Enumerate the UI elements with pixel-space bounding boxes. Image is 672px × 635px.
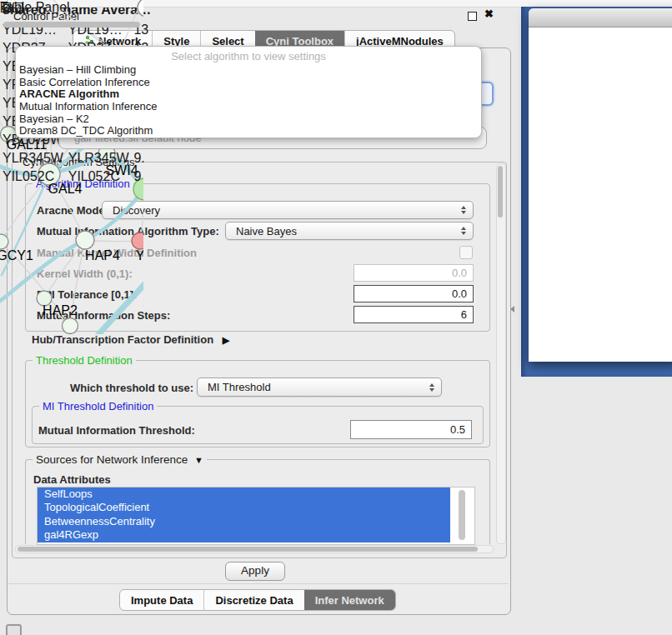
scrollbar-thumb[interactable] bbox=[3, 22, 140, 28]
divider bbox=[8, 583, 509, 584]
sources-title[interactable]: Sources for Network Inference ▼ bbox=[33, 453, 207, 466]
node-hap4[interactable] bbox=[76, 231, 94, 249]
data-attributes-label: Data Attributes bbox=[33, 473, 111, 486]
threshold-definition-title: Threshold Definition bbox=[33, 354, 136, 367]
node-label: HAP2 bbox=[43, 303, 78, 318]
node-partial-top[interactable] bbox=[138, 0, 143, 17]
mi-threshold-input[interactable]: 0.5 bbox=[350, 420, 472, 439]
node-gcy1[interactable] bbox=[0, 234, 8, 249]
deselect-all-checkboxes-icon[interactable]: ☐☐ bbox=[0, 0, 24, 16]
algorithm-option[interactable]: Basic Correlation Inference bbox=[16, 77, 481, 89]
node-salmon[interactable] bbox=[132, 232, 143, 249]
data-attributes-list[interactable]: SelfLoops TopologicalCoefficient Between… bbox=[37, 487, 475, 545]
combo-spinner-icon bbox=[461, 206, 466, 214]
float-window-icon[interactable] bbox=[468, 12, 477, 21]
combo-spinner-icon bbox=[429, 383, 434, 392]
node-label: HAP4 bbox=[85, 248, 120, 262]
algorithm-option[interactable]: Dream8 DC_TDC Algorithm bbox=[16, 125, 481, 138]
collapse-arrow-icon: ▼ bbox=[194, 455, 203, 465]
node-label: GCY1 bbox=[0, 248, 33, 262]
bottom-tabs: Impute Data Discretize Data Infer Networ… bbox=[119, 589, 396, 611]
tab-impute-data[interactable]: Impute Data bbox=[120, 590, 203, 610]
manual-kernel-checkbox[interactable] bbox=[459, 246, 473, 259]
algorithm-dropdown-popup: Select algorithm to view settings Bayesi… bbox=[15, 46, 482, 138]
combo-spinner-icon bbox=[461, 227, 466, 235]
tab-discretize-data[interactable]: Discretize Data bbox=[203, 590, 303, 610]
aracne-mode-combo[interactable]: Discovery bbox=[102, 201, 474, 219]
list-item[interactable]: TopologicalCoefficient bbox=[38, 501, 450, 514]
splitter-handle-icon[interactable] bbox=[510, 306, 514, 312]
algorithm-option[interactable]: Bayesian – K2 bbox=[16, 113, 481, 126]
scrollbar-thumb[interactable] bbox=[18, 547, 478, 552]
node-partial-bottom[interactable] bbox=[63, 318, 78, 334]
apply-button[interactable]: Apply bbox=[225, 562, 285, 581]
dock-panel-icon[interactable] bbox=[6, 624, 22, 635]
popup-prompt: Select algorithm to view settings bbox=[16, 48, 481, 64]
mi-type-combo[interactable]: Naive Bayes bbox=[225, 222, 474, 240]
which-threshold-label: Which threshold to use: bbox=[70, 382, 193, 394]
hub-definition-toggle[interactable]: Hub/Transcription Factor Definition ▶ bbox=[32, 333, 229, 346]
algorithm-option[interactable]: Bayesian – Hill Climbing bbox=[16, 64, 481, 77]
table-row[interactable]: YLR345WYLR345W9. bbox=[2, 150, 149, 167]
scrollbar-thumb[interactable] bbox=[498, 166, 503, 218]
tab-infer-network[interactable]: Infer Network bbox=[304, 590, 395, 610]
close-traffic-light-icon[interactable] bbox=[535, 13, 546, 24]
list-item[interactable]: gal4RGexp bbox=[38, 528, 450, 542]
close-icon[interactable]: ✖ bbox=[484, 8, 494, 20]
which-threshold-combo[interactable]: MI Threshold bbox=[197, 378, 442, 397]
list-item[interactable]: SelfLoops bbox=[38, 488, 450, 501]
network-window bbox=[529, 8, 672, 362]
algorithm-option[interactable]: Mutual Information Inference bbox=[16, 101, 481, 113]
list-scrollbar-thumb[interactable] bbox=[459, 490, 465, 540]
mi-steps-input[interactable]: 6 bbox=[354, 306, 474, 323]
list-item[interactable]: BetweennessCentrality bbox=[38, 515, 450, 528]
table-row[interactable]: YIL052CYIL052C9 bbox=[2, 168, 149, 185]
kernel-width-input[interactable]: 0.0 bbox=[354, 264, 474, 282]
algorithm-option-selected[interactable]: ARACNE Algorithm bbox=[16, 88, 481, 101]
node-label: Y bbox=[136, 248, 143, 262]
mi-threshold-title: MI Threshold Definition bbox=[39, 400, 157, 412]
network-window-titlebar[interactable] bbox=[529, 8, 672, 28]
expand-arrow-icon: ▶ bbox=[223, 335, 229, 345]
settings-horizontal-scrollbar[interactable] bbox=[15, 545, 494, 553]
mi-threshold-label: Mutual Information Threshold: bbox=[38, 424, 195, 437]
settings-vertical-scrollbar[interactable] bbox=[496, 163, 506, 544]
dpi-tolerance-input[interactable]: 0.0 bbox=[354, 285, 474, 302]
application-root: Control Panel ✖ Network Style Select Cyn… bbox=[0, 0, 672, 635]
